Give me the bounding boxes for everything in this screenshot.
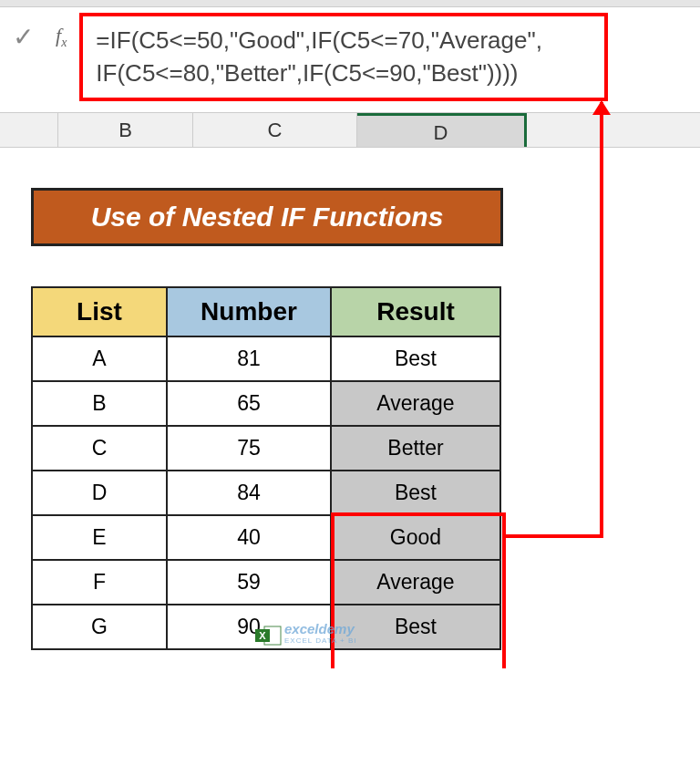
watermark: exceldemy EXCEL DATA + BI	[284, 621, 357, 645]
watermark-tag: EXCEL DATA + BI	[284, 636, 357, 645]
table-row: B65Average	[32, 381, 500, 426]
cell-number[interactable]: 81	[167, 336, 331, 381]
formula-bar-area: ✓ fx =IF(C5<=50,"Good",IF(C5<=70,"Averag…	[0, 7, 700, 113]
cell-list[interactable]: B	[32, 381, 167, 426]
column-header-d[interactable]: D	[357, 113, 527, 147]
cell-list[interactable]: G	[32, 605, 167, 649]
formula-text-line1: =IF(C5<=50,"Good",IF(C5<=70,"Average",	[96, 24, 592, 57]
cell-number[interactable]: 40	[167, 515, 331, 560]
cell-number[interactable]: 75	[167, 426, 331, 471]
cell-number[interactable]: 84	[167, 471, 331, 515]
window-chrome-top	[0, 0, 700, 7]
cell-result[interactable]: Good	[331, 515, 500, 560]
header-row: List Number Result	[32, 287, 500, 336]
cell-result[interactable]: Average	[331, 381, 500, 426]
cell-list[interactable]: E	[32, 515, 167, 560]
header-result[interactable]: Result	[331, 287, 500, 336]
excel-logo-icon: X	[255, 625, 283, 647]
col-header-spacer	[0, 113, 58, 147]
cell-result[interactable]: Best	[331, 336, 500, 381]
watermark-brand: exceldemy	[284, 621, 355, 636]
arrow-vertical	[600, 102, 603, 538]
arrow-horizontal	[506, 534, 602, 538]
arrow-head-up-icon	[592, 100, 611, 115]
cell-result[interactable]: Average	[331, 560, 500, 605]
column-headers-row: B C D	[0, 113, 700, 148]
formula-text-line2: IF(C5<=80,"Better",IF(C5<=90,"Best"))))	[96, 57, 592, 89]
table-row: F59Average	[32, 560, 500, 605]
data-table: List Number Result A81BestB65AverageC75B…	[31, 286, 501, 650]
table-row: E40Good	[32, 515, 500, 560]
table-row: D84Best	[32, 471, 500, 515]
formula-bar-input[interactable]: =IF(C5<=50,"Good",IF(C5<=70,"Average", I…	[79, 13, 608, 101]
column-header-b[interactable]: B	[58, 113, 193, 147]
cell-list[interactable]: D	[32, 471, 167, 515]
table-row: C75Better	[32, 426, 500, 471]
cell-number[interactable]: 65	[167, 381, 331, 426]
spreadsheet-content: Use of Nested IF Functions List Number R…	[0, 148, 700, 668]
section-title: Use of Nested IF Functions	[31, 188, 503, 246]
cell-list[interactable]: C	[32, 426, 167, 471]
cell-result[interactable]: Best	[331, 471, 500, 515]
cell-result[interactable]: Better	[331, 426, 500, 471]
cell-list[interactable]: F	[32, 560, 167, 605]
confirm-check-icon[interactable]: ✓	[13, 22, 34, 52]
column-header-c[interactable]: C	[193, 113, 357, 147]
fx-icon[interactable]: fx	[56, 24, 67, 50]
header-list[interactable]: List	[32, 287, 167, 336]
table-row: A81Best	[32, 336, 500, 381]
header-number[interactable]: Number	[167, 287, 331, 336]
cell-number[interactable]: 59	[167, 560, 331, 605]
cell-list[interactable]: A	[32, 336, 167, 381]
svg-text:X: X	[259, 630, 266, 641]
